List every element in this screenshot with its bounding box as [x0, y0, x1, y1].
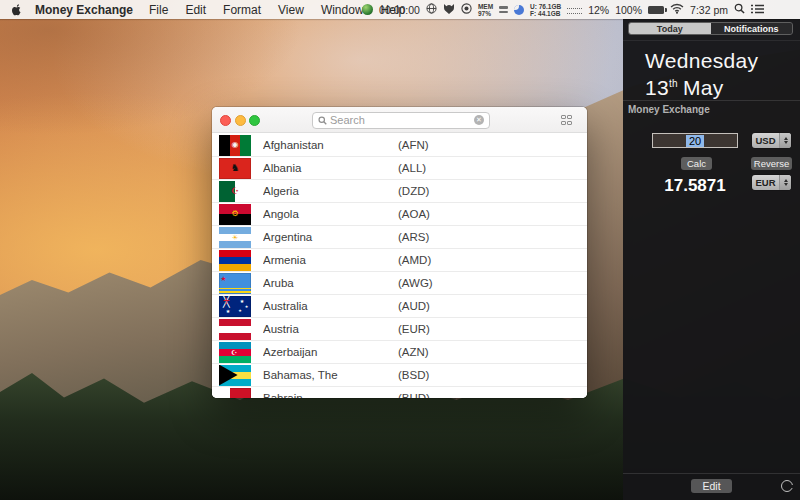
clear-search-icon[interactable]: ✕: [474, 115, 484, 125]
conversion-result: 17.5871: [652, 176, 738, 196]
disk-activity-icon[interactable]: [499, 6, 508, 13]
country-row[interactable]: ★Aruba(AWG): [212, 272, 587, 295]
memory-status[interactable]: MEM 97%: [478, 3, 493, 17]
close-button[interactable]: [220, 115, 231, 126]
search-field[interactable]: ✕: [312, 112, 490, 129]
grid-view-icon[interactable]: [561, 115, 573, 125]
country-row[interactable]: ♞Albania(ALL): [212, 157, 587, 180]
country-row[interactable]: ☀Argentina(ARS): [212, 226, 587, 249]
status-creature-icon[interactable]: [443, 3, 455, 17]
country-row[interactable]: Austria(EUR): [212, 318, 587, 341]
nc-tab-bar: Today Notifications: [628, 22, 793, 35]
currency-code: (AWG): [398, 277, 433, 289]
from-currency-select[interactable]: USD: [752, 133, 791, 148]
money-exchange-window: ✕ ◉Afghanistan(AFN)♞Albania(ALL)☪Algeria…: [212, 107, 587, 398]
country-name: Argentina: [263, 231, 398, 243]
country-row[interactable]: Bahamas, The(BSD): [212, 364, 587, 387]
country-row[interactable]: Bahrain(BHD): [212, 387, 587, 398]
country-flag: [219, 388, 251, 399]
status-eye-icon[interactable]: [461, 3, 472, 17]
cpu-status[interactable]: 12%: [588, 4, 609, 16]
clock[interactable]: 7:32 pm: [690, 4, 728, 16]
country-flag: [219, 319, 251, 340]
battery-percent[interactable]: 100%: [615, 4, 642, 16]
menu-view[interactable]: View: [278, 3, 304, 17]
country-flag: ☪: [219, 181, 251, 202]
country-flag: ╳+★★★★: [219, 296, 251, 317]
menu-file[interactable]: File: [149, 3, 168, 17]
window-titlebar[interactable]: ✕: [212, 107, 587, 133]
country-name: Armenia: [263, 254, 398, 266]
country-flag: ⚙: [219, 204, 251, 225]
wifi-icon[interactable]: [670, 3, 684, 17]
menu-bar: Money Exchange FileEditFormatViewWindowH…: [0, 0, 800, 19]
to-currency-select[interactable]: EUR: [752, 175, 791, 190]
country-row[interactable]: ☪Azerbaijan(AZN): [212, 341, 587, 364]
tab-today[interactable]: Today: [629, 23, 711, 34]
status-area: 00:00:00 MEM 97% U: 76.1GB F: 44.1GB 12%: [362, 0, 764, 19]
country-flag: ◉: [219, 135, 251, 156]
tab-notifications[interactable]: Notifications: [711, 23, 793, 34]
country-row[interactable]: ◉Afghanistan(AFN): [212, 134, 587, 157]
menu-window[interactable]: Window: [321, 3, 364, 17]
country-name: Bahamas, The: [263, 369, 398, 381]
currency-code: (ALL): [398, 162, 426, 174]
network-graph-icon[interactable]: [567, 6, 582, 14]
search-input[interactable]: [330, 114, 474, 126]
currency-code: (AOA): [398, 208, 430, 220]
country-flag: [219, 250, 251, 271]
country-name: Austria: [263, 323, 398, 335]
country-list: ◉Afghanistan(AFN)♞Albania(ALL)☪Algeria(D…: [212, 134, 587, 398]
menu-edit[interactable]: Edit: [185, 3, 206, 17]
currency-code: (AZN): [398, 346, 429, 358]
country-name: Afghanistan: [263, 139, 398, 151]
country-row[interactable]: ☪Algeria(DZD): [212, 180, 587, 203]
country-name: Albania: [263, 162, 398, 174]
currency-code: (ARS): [398, 231, 429, 243]
amount-value: 20: [686, 135, 704, 147]
currency-code: (BSD): [398, 369, 429, 381]
amount-input[interactable]: 20: [652, 133, 738, 148]
country-row[interactable]: Armenia(AMD): [212, 249, 587, 272]
nc-divider: [623, 473, 800, 474]
nc-date: Wednesday 13thMay: [645, 49, 758, 99]
zoom-button[interactable]: [249, 115, 260, 126]
country-flag: ★: [219, 273, 251, 294]
edit-button[interactable]: Edit: [691, 479, 732, 493]
country-row[interactable]: ╳+★★★★Australia(AUD): [212, 295, 587, 318]
traffic-lights: [220, 115, 260, 126]
country-name: Angola: [263, 208, 398, 220]
status-sphere-icon[interactable]: [362, 4, 373, 15]
globe-icon[interactable]: [426, 3, 437, 17]
country-name: Aruba: [263, 277, 398, 289]
spotlight-icon[interactable]: [734, 3, 745, 17]
currency-code: (DZD): [398, 185, 429, 197]
apple-menu[interactable]: [10, 3, 22, 17]
currency-code: (AFN): [398, 139, 429, 151]
notification-center-icon[interactable]: [751, 3, 764, 17]
stepper-icon: [779, 133, 791, 148]
battery-icon[interactable]: [648, 6, 664, 14]
search-icon: [318, 116, 327, 125]
country-flag: [219, 365, 251, 386]
country-flag: ☪: [219, 342, 251, 363]
notification-center-panel: Today Notifications Wednesday 13thMay Mo…: [623, 19, 800, 500]
calc-button[interactable]: Calc: [681, 157, 712, 170]
nc-day-line: 13thMay: [645, 72, 758, 99]
storage-status[interactable]: U: 76.1GB F: 44.1GB: [530, 3, 561, 17]
country-name: Azerbaijan: [263, 346, 398, 358]
active-app-name[interactable]: Money Exchange: [35, 3, 133, 17]
menu-format[interactable]: Format: [223, 3, 261, 17]
country-row[interactable]: ⚙Angola(AOA): [212, 203, 587, 226]
nc-settings-icon[interactable]: [781, 480, 793, 492]
nc-divider: [623, 40, 800, 41]
minimize-button[interactable]: [235, 115, 246, 126]
currency-code: (AMD): [398, 254, 431, 266]
desktop: Money Exchange FileEditFormatViewWindowH…: [0, 0, 800, 500]
moon-icon[interactable]: [514, 5, 524, 15]
country-name: Australia: [263, 300, 398, 312]
currency-code: (AUD): [398, 300, 430, 312]
country-flag: ☀: [219, 227, 251, 248]
timer-status[interactable]: 00:00:00: [379, 4, 420, 16]
reverse-button[interactable]: Reverse: [751, 157, 792, 170]
